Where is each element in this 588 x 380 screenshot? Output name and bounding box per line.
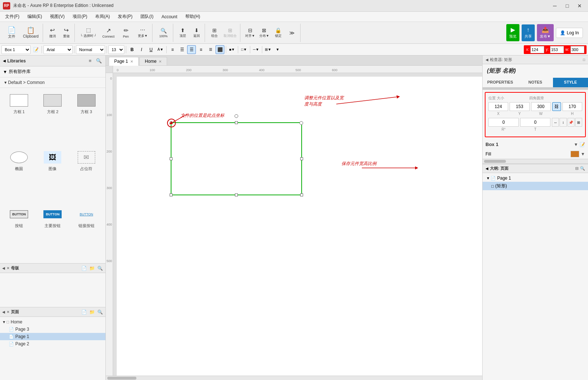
x-input[interactable] — [530, 46, 544, 53]
panel-scroll-bar[interactable] — [483, 159, 588, 164]
widget-name-select[interactable]: Box 1 — [1, 45, 31, 54]
h-scrollbar[interactable] — [106, 376, 482, 380]
widget-box1[interactable]: 方框 1 — [4, 92, 34, 146]
widget-btn-primary[interactable]: BUTTON 主要按钮 — [37, 206, 68, 260]
maximize-button[interactable]: □ — [562, 1, 573, 10]
h-scroll-thumb[interactable] — [107, 377, 136, 380]
widget-props-button[interactable]: 📝 — [31, 45, 40, 54]
font-select[interactable]: Arial — [43, 45, 73, 54]
rotation-handle[interactable] — [235, 114, 238, 118]
clipboard-button[interactable]: 📋 Clipboard — [20, 25, 41, 40]
ungroup-button[interactable]: ⊞ 取消组合 — [222, 26, 239, 40]
drawn-box-1[interactable] — [171, 122, 302, 195]
handle-bl[interactable] — [170, 193, 173, 196]
menu-layout[interactable]: 布局(A) — [92, 12, 113, 21]
handle-tm[interactable] — [235, 121, 238, 124]
page-1[interactable]: 📄 Page 1 — [0, 333, 105, 340]
group-button[interactable]: ⊞ 组合 — [208, 26, 221, 40]
tab-home[interactable]: Home ✕ — [139, 57, 167, 65]
bold-button[interactable]: B — [128, 45, 136, 54]
masters-import-button[interactable]: 📁 — [89, 265, 95, 272]
top-button[interactable]: ⬆ 顶层 — [176, 26, 189, 40]
page-2[interactable]: 📄 Page 2 — [0, 340, 105, 348]
fill-dropdown-icon[interactable]: ▼ — [581, 151, 585, 157]
line-style-button[interactable]: ─▼ — [252, 45, 260, 54]
handle-mr[interactable] — [300, 157, 303, 160]
menu-help[interactable]: 帮助(H) — [182, 12, 204, 21]
library-dropdown[interactable]: ▼ 所有部件库 — [0, 66, 105, 77]
tab-page1-close[interactable]: ✕ — [130, 60, 133, 64]
menu-edit[interactable]: 编辑(E) — [24, 12, 46, 21]
outline-search-icon[interactable]: 🔍 — [580, 166, 585, 171]
menu-publish[interactable]: 发布(P) — [114, 12, 136, 21]
masters-search-button[interactable]: 🔍 — [97, 265, 103, 272]
font-color-button[interactable]: A▼ — [156, 45, 165, 54]
default-common-item[interactable]: ▾ Default > Common — [0, 79, 105, 86]
widget-placeholder[interactable]: ✉ 占位符 — [71, 149, 102, 203]
italic-button[interactable]: I — [137, 45, 146, 54]
masters-add-button[interactable]: 📄 — [81, 265, 87, 272]
align-center-h-button[interactable]: ☰ — [178, 45, 186, 54]
style-select[interactable]: Normal — [76, 45, 105, 54]
align-top-button[interactable]: ⬛ — [216, 45, 224, 54]
flip-h-button[interactable]: ↔ — [552, 118, 559, 127]
tab-properties[interactable]: PROPERTIES — [483, 78, 518, 87]
widget-image[interactable]: 🖼 图像 — [37, 149, 68, 203]
tab-notes[interactable]: NOTES — [518, 78, 553, 87]
outline-filter-icon[interactable]: ⊟ — [575, 166, 579, 171]
tab-page1[interactable]: Page 1 ✕ — [109, 57, 139, 66]
page-3[interactable]: 📄 Page 3 — [0, 326, 105, 333]
grid-button[interactable]: ⊞▼ — [264, 45, 272, 54]
widget-ellipse[interactable]: 椭圆 — [4, 149, 34, 203]
fill-color-button[interactable]: ■▼ — [228, 45, 236, 54]
outline-shape[interactable]: □ (矩形) — [483, 182, 588, 190]
flip-v-button[interactable]: ↕ — [560, 118, 566, 127]
justify-button[interactable]: ☰ — [206, 45, 215, 54]
y-prop-input[interactable] — [510, 102, 529, 111]
login-button[interactable]: 👤 Log In — [556, 28, 583, 38]
widget-btn-link[interactable]: BUTTON 链接按钮 — [71, 206, 102, 260]
menu-file[interactable]: 文件(F) — [1, 12, 23, 21]
menu-team[interactable]: 团队(I) — [137, 12, 157, 21]
preview-button[interactable]: ▶ 预览 — [506, 24, 519, 41]
r-prop-input[interactable] — [488, 118, 519, 127]
underline-button[interactable]: U — [147, 45, 155, 54]
zoom-button[interactable]: 🔍 100% — [155, 26, 171, 40]
menu-project[interactable]: 项目(P) — [69, 12, 91, 21]
sidebar-search-button[interactable]: 🔍 — [95, 57, 102, 65]
panel-scroll-thumb[interactable] — [484, 160, 506, 163]
align-right-button[interactable]: ≡ — [197, 45, 205, 54]
widget-box2[interactable]: 方框 2 — [37, 92, 68, 146]
t-prop-input[interactable] — [520, 118, 550, 127]
w-input[interactable] — [570, 46, 584, 53]
publish-button[interactable]: 📤 发布▼ — [537, 24, 554, 41]
menu-account[interactable]: Account — [158, 13, 181, 20]
align-button[interactable]: ⊟ 对齐▼ — [243, 26, 257, 40]
x-prop-input[interactable] — [488, 102, 508, 111]
handle-br[interactable] — [300, 193, 303, 196]
handle-bm[interactable] — [235, 193, 238, 196]
more-button[interactable]: ⋯ 更多▼ — [135, 25, 151, 40]
fit-button[interactable]: ⊞ — [575, 118, 582, 127]
handle-ml[interactable] — [170, 157, 173, 160]
connect-button[interactable]: ↗ Connect — [100, 25, 117, 40]
elem-edit-icon[interactable]: 📝 — [580, 142, 585, 147]
close-button[interactable]: ✕ — [574, 1, 585, 10]
align-left-button[interactable]: ≡ — [168, 45, 177, 54]
page-home[interactable]: ▾ □ Home — [0, 318, 105, 326]
size-select[interactable]: 13 — [108, 45, 124, 54]
fill-preview[interactable] — [570, 151, 579, 157]
minimize-button[interactable]: ─ — [549, 1, 560, 10]
outline-page1[interactable]: ▾ 📄 Page 1 — [483, 174, 588, 182]
canvas-content[interactable]: 文件的位置是此点坐标 调整元件位置以及宽度与高度 保存元件宽高比例 — [113, 73, 482, 376]
pen-button[interactable]: ✏ Pen — [118, 25, 134, 40]
undo-button[interactable]: ↩ 撤消 — [46, 25, 59, 40]
canvas-scroll-area[interactable]: 0 100 200 300 400 500 — [106, 73, 482, 376]
h-prop-input[interactable] — [562, 102, 582, 111]
more-format-button[interactable]: ▼ — [273, 45, 282, 54]
more2-button[interactable]: ≫ — [286, 28, 299, 37]
pages-add-button[interactable]: 📄 — [81, 309, 87, 315]
tab-style[interactable]: STYLE — [553, 78, 588, 87]
aspect-ratio-lock[interactable]: ⛓ — [552, 102, 561, 111]
y-input[interactable] — [550, 46, 564, 53]
